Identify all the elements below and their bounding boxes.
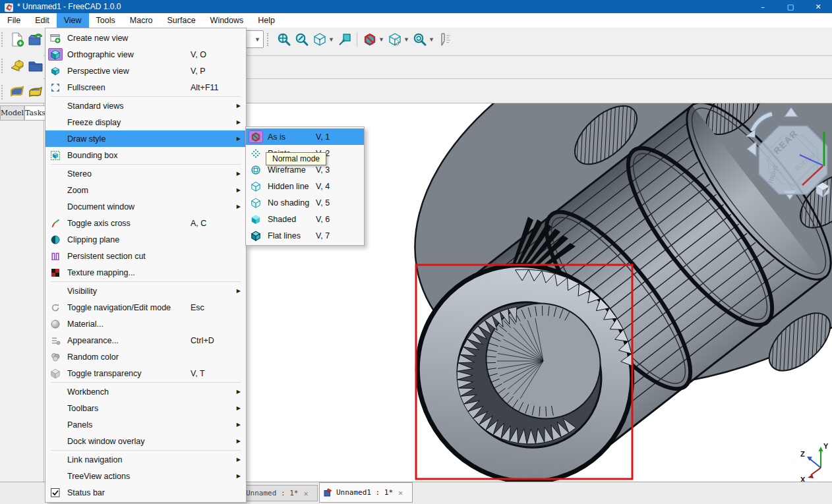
menubar-item-macro[interactable]: Macro — [123, 13, 160, 28]
menu-item-material[interactable]: Material... — [45, 316, 246, 332]
menu-item-label: Toggle axis cross — [67, 219, 131, 228]
menu-item-toolbars[interactable]: Toolbars▶ — [45, 400, 246, 416]
menu-item-orthographic-view[interactable]: Orthographic viewV, O — [45, 46, 246, 63]
menu-item-perspective-view[interactable]: Perspective viewV, P — [45, 63, 246, 79]
navigation-cube-button[interactable] — [386, 31, 403, 49]
menubar-item-windows[interactable]: Windows — [203, 13, 251, 28]
menu-item-status-bar[interactable]: Status bar — [45, 484, 246, 501]
menu-item-texture-mapping[interactable]: Texture mapping... — [45, 264, 246, 281]
create-new-view-icon — [48, 32, 63, 44]
menu-item-shortcut: V, 4 — [316, 182, 330, 191]
menu-item-toggle-transparency[interactable]: Toggle transparencyV, T — [45, 365, 246, 381]
new-document-button[interactable] — [8, 30, 26, 48]
menubar-item-file[interactable]: File — [0, 13, 28, 28]
document-tab-1[interactable]: Unnamed : 1*✕ — [241, 485, 318, 501]
submenu-arrow-icon: ▶ — [237, 136, 241, 142]
menu-item-panels[interactable]: Panels▶ — [45, 416, 246, 433]
flat-lines-icon — [249, 229, 263, 242]
menu-item-toggle-navigation-edit-mode[interactable]: Toggle navigation/Edit modeEsc — [45, 299, 246, 316]
side-tab-tasks[interactable]: Tasks — [24, 105, 46, 121]
draw-style-button[interactable] — [361, 31, 378, 49]
open-document-button[interactable] — [26, 30, 45, 48]
toolbar-drag-handle[interactable] — [1, 85, 5, 99]
submenu-arrow-icon: ▶ — [237, 171, 241, 177]
menu-item-icon-empty — [48, 470, 63, 482]
maximize-button[interactable]: ▢ — [777, 0, 804, 13]
menu-item-fullscreen[interactable]: FullscreenAlt+F11 — [45, 79, 246, 96]
menu-item-icon-empty — [48, 167, 63, 180]
menu-item-label: Stereo — [67, 169, 92, 179]
menu-item-label: Dock window overlay — [67, 437, 144, 446]
axonometric-view-button[interactable] — [311, 31, 328, 49]
chevron-down-icon[interactable]: ▼ — [403, 36, 409, 43]
chevron-down-icon[interactable]: ▼ — [429, 36, 434, 43]
menubar-item-view[interactable]: View — [57, 13, 89, 28]
toolbar-drag-handle[interactable] — [1, 32, 5, 47]
document-tab-2[interactable]: Unnamed1 : 1*✕ — [319, 482, 413, 503]
menu-item-persistent-section-cut[interactable]: Persistent section cut — [45, 248, 246, 264]
hidden-line-icon — [249, 180, 263, 192]
close-button[interactable]: ✕ — [804, 0, 832, 13]
menu-item-label: Hidden line — [268, 182, 309, 191]
menu-separator — [51, 281, 241, 282]
fit-all-button[interactable] — [275, 31, 293, 49]
document-tab-label: Unnamed : 1* — [246, 489, 298, 497]
tab-close-icon[interactable]: ✕ — [303, 489, 308, 498]
toolbar-drag-handle[interactable] — [267, 33, 272, 46]
submenu-arrow-icon: ▶ — [237, 405, 241, 411]
menu-item-document-window[interactable]: Document window▶ — [45, 198, 246, 215]
chevron-down-icon[interactable]: ▼ — [378, 36, 384, 43]
minimize-button[interactable]: – — [749, 0, 777, 13]
menu-item-label: Toggle transparency — [67, 369, 142, 378]
appearance-icon — [48, 334, 63, 347]
menubar-item-tools[interactable]: Tools — [89, 13, 123, 28]
view-sync-button[interactable] — [411, 31, 429, 49]
menu-item-random-color[interactable]: Random color — [45, 349, 246, 365]
measure-button[interactable] — [436, 31, 454, 49]
menu-item-freeze-display[interactable]: Freeze display▶ — [45, 114, 246, 130]
menu-item-draw-style[interactable]: Draw style▶ — [45, 130, 246, 147]
menu-item-no-shading[interactable]: No shadingV, 5 — [246, 194, 364, 211]
side-tab-model[interactable]: Model — [0, 105, 24, 121]
menu-item-shortcut: V, 3 — [316, 165, 330, 175]
menu-item-label: Shaded — [268, 215, 296, 224]
menu-item-hidden-line[interactable]: Hidden lineV, 4 — [246, 178, 364, 194]
menu-item-zoom[interactable]: Zoom▶ — [45, 182, 246, 198]
menu-item-workbench[interactable]: Workbench▶ — [45, 383, 246, 400]
menu-item-visibility[interactable]: Visibility▶ — [45, 283, 246, 299]
menubar-item-surface[interactable]: Surface — [160, 13, 203, 28]
submenu-arrow-icon: ▶ — [237, 119, 241, 125]
menu-item-dock-window-overlay[interactable]: Dock window overlay▶ — [45, 433, 246, 449]
menu-item-treeview-actions[interactable]: TreeView actions▶ — [45, 468, 246, 484]
menu-item-shaded[interactable]: ShadedV, 6 — [246, 211, 364, 227]
transparency-icon — [48, 367, 63, 379]
create-group-button[interactable] — [26, 57, 45, 74]
toolbar-drag-handle[interactable] — [1, 59, 5, 73]
surface-filling-button[interactable] — [8, 83, 26, 101]
menu-separator — [51, 96, 241, 97]
tab-close-icon[interactable]: ✕ — [398, 488, 403, 497]
menu-item-as-is[interactable]: As isV, 1 — [246, 128, 364, 145]
menu-item-appearance[interactable]: Appearance...Ctrl+D — [45, 332, 246, 349]
menu-item-stereo[interactable]: Stereo▶ — [45, 165, 246, 182]
chevron-down-icon[interactable]: ▼ — [328, 36, 334, 43]
menu-item-standard-views[interactable]: Standard views▶ — [45, 98, 246, 114]
surface-blend-button[interactable] — [26, 83, 45, 101]
menubar-item-edit[interactable]: Edit — [28, 13, 57, 28]
menu-item-toggle-axis-cross[interactable]: Toggle axis crossA, C — [45, 215, 246, 231]
perspective-view-icon — [48, 65, 63, 77]
menubar-item-help[interactable]: Help — [251, 13, 282, 28]
menu-item-link-navigation[interactable]: Link navigation▶ — [45, 451, 246, 468]
box-select-button[interactable] — [336, 31, 353, 49]
menu-item-bounding-box[interactable]: Bounding box — [45, 147, 246, 163]
menu-item-shortcut: V, P — [191, 67, 205, 76]
random-color-icon — [48, 350, 63, 363]
checkbox-checked-icon — [48, 486, 63, 499]
menu-item-flat-lines[interactable]: Flat linesV, 7 — [246, 227, 364, 244]
menu-item-clipping-plane[interactable]: Clipping plane — [45, 231, 246, 248]
menu-item-create-new-view[interactable]: Create new view — [45, 30, 246, 46]
fit-selection-button[interactable] — [293, 31, 311, 49]
create-part-button[interactable] — [8, 57, 26, 74]
svg-text:Y: Y — [823, 442, 829, 450]
toolbar-separator — [357, 32, 357, 47]
